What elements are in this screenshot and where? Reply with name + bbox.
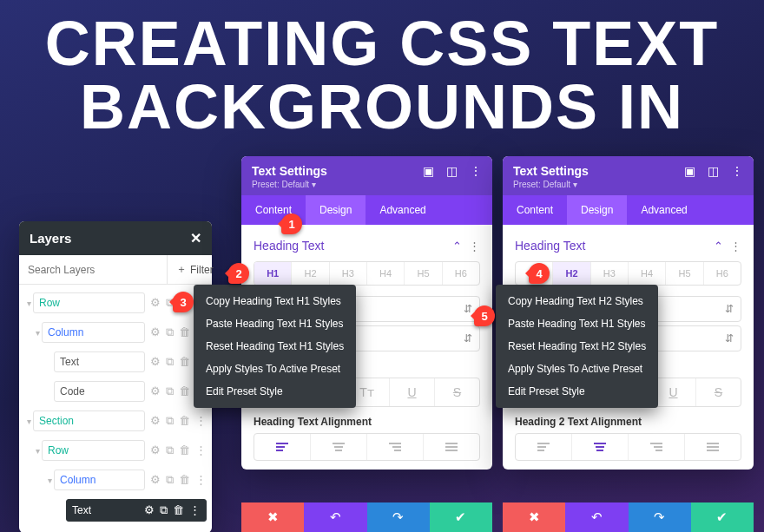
tab-design[interactable]: Design [567,195,627,225]
ctx-reset[interactable]: Reset Heading Text H1 Styles [194,335,356,358]
cancel-button[interactable]: ✖ [241,502,304,532]
align-center-button[interactable] [311,434,367,460]
ctx-copy[interactable]: Copy Heading Text H2 Styles [496,290,658,312]
layer-column[interactable]: ▾Column⚙⧉🗑⋮ [19,318,212,347]
focus-icon[interactable]: ▣ [423,164,434,178]
redo-button[interactable]: ↷ [367,502,430,532]
gear-icon[interactable]: ⚙ [150,384,161,398]
htab-h5[interactable]: H5 [666,262,703,285]
layer-section[interactable]: ▾Section⚙⧉🗑⋮ [19,406,212,436]
layers-panel: Layers ✕ ＋Filter ▾Row⚙⧉🗑⋮ ▾Column⚙⧉🗑⋮ Te… [19,221,212,532]
htab-h2[interactable]: H2 [553,262,590,285]
gear-icon[interactable]: ⚙ [150,473,161,487]
copy-icon[interactable]: ⧉ [166,473,174,487]
ctx-copy[interactable]: Copy Heading Text H1 Styles [194,290,356,312]
collapse-icon[interactable]: ⌃ [714,240,723,253]
htab-h3[interactable]: H3 [330,262,367,285]
ctx-paste[interactable]: Paste Heading Text H1 Styles [496,312,658,335]
preset-label[interactable]: Preset: Default ▾ [252,180,482,189]
layers-title: Layers [30,231,71,246]
undo-button[interactable]: ↶ [565,502,628,532]
copy-icon[interactable]: ⧉ [166,325,174,339]
copy-icon[interactable]: ⧉ [166,443,174,457]
layer-text-active[interactable]: Text⚙⧉🗑⋮ [19,495,212,526]
ctx-apply-preset[interactable]: Apply Styles To Active Preset [496,358,658,380]
trash-icon[interactable]: 🗑 [179,384,190,398]
save-button[interactable]: ✔ [691,502,754,532]
align-right-button[interactable] [367,434,424,460]
tab-content[interactable]: Content [503,195,567,225]
collapse-icon[interactable]: ⌃ [452,240,462,253]
more-icon[interactable]: ⋮ [195,473,207,487]
save-button[interactable]: ✔ [430,502,492,532]
align-left-button[interactable] [516,434,572,460]
trash-icon[interactable]: 🗑 [179,325,190,339]
htab-h6[interactable]: H6 [704,262,741,285]
hero-line2: BACKGROUNDS IN [0,76,764,139]
more-icon[interactable]: ⋮ [470,164,482,178]
align-justify-button[interactable] [685,434,741,460]
more-icon[interactable]: ⋮ [469,240,480,253]
gear-icon[interactable]: ⚙ [150,414,161,428]
underline-button[interactable]: U [390,378,435,406]
marker-5: 5 [474,305,495,326]
expand-icon[interactable]: ◫ [708,164,719,178]
copy-icon[interactable]: ⧉ [166,384,174,398]
htab-h4[interactable]: H4 [629,262,666,285]
trash-icon[interactable]: 🗑 [179,355,190,369]
align-left-button[interactable] [254,434,311,460]
align-justify-button[interactable] [424,434,479,460]
marker-1: 1 [281,213,302,234]
layer-column[interactable]: ▾Column⚙⧉🗑⋮ [19,465,212,495]
trash-icon[interactable]: 🗑 [179,414,190,428]
focus-icon[interactable]: ▣ [684,164,695,178]
layer-text[interactable]: Text⚙⧉🗑⋮ [19,347,212,377]
section-title: Heading Text [515,239,585,253]
copy-icon[interactable]: ⧉ [166,355,174,369]
search-input[interactable] [19,255,167,284]
tab-design[interactable]: Design [306,195,366,225]
layer-code[interactable]: Code⚙⧉🗑⋮ [19,377,212,406]
gear-icon[interactable]: ⚙ [150,325,161,339]
trash-icon[interactable]: 🗑 [173,503,184,517]
align-right-button[interactable] [629,434,685,460]
more-icon[interactable]: ⋮ [195,414,207,428]
ctx-edit-preset[interactable]: Edit Preset Style [194,380,356,403]
htab-h3[interactable]: H3 [591,262,629,285]
htab-h6[interactable]: H6 [443,262,479,285]
strike-button[interactable]: S [435,378,479,406]
gear-icon[interactable]: ⚙ [144,503,155,517]
preset-label[interactable]: Preset: Default ▾ [513,180,743,189]
more-icon[interactable]: ⋮ [189,503,201,517]
gear-icon[interactable]: ⚙ [150,296,161,310]
copy-icon[interactable]: ⧉ [166,414,174,428]
strike-button[interactable]: S [696,378,741,406]
layers-search-row: ＋Filter [19,255,212,285]
align-center-button[interactable] [572,434,629,460]
expand-icon[interactable]: ◫ [446,164,458,178]
tab-advanced[interactable]: Advanced [627,195,701,225]
htab-h2[interactable]: H2 [292,262,329,285]
copy-icon[interactable]: ⧉ [160,503,168,517]
redo-button[interactable]: ↷ [629,502,691,532]
htab-h1[interactable]: H1 [254,262,292,285]
undo-button[interactable]: ↶ [304,502,366,532]
more-icon[interactable]: ⋮ [731,164,743,178]
trash-icon[interactable]: 🗑 [179,473,190,487]
htab-h4[interactable]: H4 [367,262,405,285]
more-icon[interactable]: ⋮ [195,443,207,457]
cancel-button[interactable]: ✖ [503,502,565,532]
trash-icon[interactable]: 🗑 [179,443,190,457]
layer-row[interactable]: ▾Row⚙⧉🗑⋮ [19,436,212,465]
close-icon[interactable]: ✕ [190,230,201,246]
ctx-apply-preset[interactable]: Apply Styles To Active Preset [194,358,356,380]
filter-button[interactable]: ＋Filter [167,255,222,284]
ctx-paste[interactable]: Paste Heading Text H1 Styles [194,312,356,335]
htab-h5[interactable]: H5 [405,262,442,285]
more-icon[interactable]: ⋮ [730,240,741,253]
tab-advanced[interactable]: Advanced [366,195,439,225]
gear-icon[interactable]: ⚙ [150,355,161,369]
gear-icon[interactable]: ⚙ [150,443,161,457]
ctx-reset[interactable]: Reset Heading Text H2 Styles [496,335,658,358]
ctx-edit-preset[interactable]: Edit Preset Style [496,380,658,403]
